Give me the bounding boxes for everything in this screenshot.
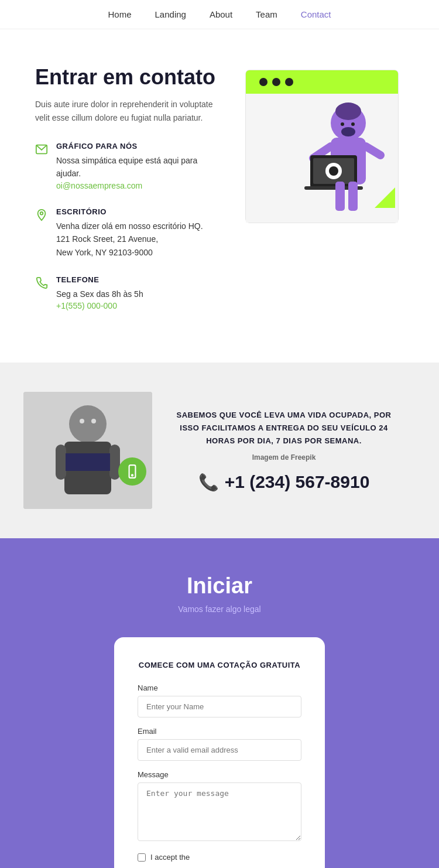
phone-green-icon: 📞 <box>198 473 219 492</box>
phone-icon <box>35 276 48 289</box>
email-label: Email <box>138 727 301 736</box>
nav-item-home[interactable]: Home <box>108 9 132 19</box>
svg-point-16 <box>341 127 355 136</box>
graphic-text: Nossa simpática equipe está aqui para aj… <box>56 154 217 180</box>
banner-phone-number[interactable]: 📞 +1 (234) 567-8910 <box>176 472 392 492</box>
navigation: Home Landing About Team Contact <box>0 0 439 29</box>
banner-content: SABEMOS QUE VOCÊ LEVA UMA VIDA OCUPADA, … <box>152 397 416 504</box>
svg-point-31 <box>80 419 84 423</box>
svg-point-20 <box>329 166 338 176</box>
svg-point-5 <box>259 78 267 86</box>
svg-rect-23 <box>348 182 358 211</box>
message-input[interactable] <box>138 782 301 841</box>
svg-rect-28 <box>56 445 66 480</box>
banner-text: SABEMOS QUE VOCÊ LEVA UMA VIDA OCUPADA, … <box>176 409 392 447</box>
svg-point-1 <box>40 212 43 215</box>
phone-hours: Seg a Sex das 8h às 5h <box>56 288 143 300</box>
graphic-title: GRÁFICO PARA NÓS <box>56 142 217 151</box>
location-icon <box>35 209 48 221</box>
contact-item-phone: TELEFONE Seg a Sex das 8h às 5h +1(555) … <box>35 275 217 311</box>
svg-point-14 <box>341 122 344 126</box>
graphic-link[interactable]: oi@nossaempresa.com <box>56 181 142 190</box>
nav-item-landing[interactable]: Landing <box>155 9 186 19</box>
name-field-group: Name <box>138 684 301 717</box>
banner-image <box>23 392 152 509</box>
form-section: Iniciar Vamos fazer algo legal COMECE CO… <box>0 538 439 868</box>
office-title: ESCRITÓRIO <box>56 207 203 216</box>
form-section-subtitle: Vamos fazer algo legal <box>23 604 416 614</box>
contact-title: Entrar em contato <box>35 64 217 90</box>
contact-description: Duis aute irure dolor in reprehenderit i… <box>35 98 217 124</box>
banner-credit: Imagem de Freepik <box>176 453 392 462</box>
email-field-group: Email <box>138 727 301 761</box>
email-input[interactable] <box>138 739 301 761</box>
browser-illustration <box>240 64 404 231</box>
office-address2: New York, NY 92103-9000 <box>56 246 203 259</box>
phone-number-link[interactable]: +1(555) 000-000 <box>56 301 117 310</box>
phone-banner-section: SABEMOS QUE VOCÊ LEVA UMA VIDA OCUPADA, … <box>0 363 439 538</box>
form-section-title: Iniciar <box>23 573 416 599</box>
message-label: Message <box>138 770 301 779</box>
svg-point-26 <box>69 405 107 443</box>
form-card-title: COMECE COM UMA COTAÇÃO GRATUITA <box>138 661 301 669</box>
checkbox-label: I accept the <box>150 853 190 862</box>
accept-checkbox[interactable] <box>138 853 146 862</box>
name-input[interactable] <box>138 696 301 717</box>
svg-point-7 <box>285 78 293 86</box>
nav-item-contact[interactable]: Contact <box>301 9 331 19</box>
office-text: Venha dizer olá em nosso escritório HQ. <box>56 220 203 233</box>
svg-point-32 <box>91 419 96 423</box>
svg-point-13 <box>335 102 361 120</box>
message-field-group: Message <box>138 770 301 843</box>
svg-point-34 <box>132 475 133 476</box>
svg-rect-22 <box>335 182 345 211</box>
email-icon <box>35 143 48 156</box>
svg-rect-30 <box>66 453 110 471</box>
svg-point-6 <box>272 78 280 86</box>
contact-form-card: COMECE COM UMA COTAÇÃO GRATUITA Name Ema… <box>114 637 325 868</box>
contact-item-graphic: GRÁFICO PARA NÓS Nossa simpática equipe … <box>35 142 217 191</box>
svg-rect-4 <box>246 82 398 94</box>
contact-item-office: ESCRITÓRIO Venha dizer olá em nosso escr… <box>35 207 217 259</box>
contact-section: Entrar em contato Duis aute irure dolor … <box>0 29 439 363</box>
checkbox-row: I accept the <box>138 853 301 862</box>
name-label: Name <box>138 684 301 692</box>
office-address1: 121 Rock Sreet, 21 Avenue, <box>56 233 203 245</box>
nav-item-team[interactable]: Team <box>256 9 277 19</box>
phone-title: TELEFONE <box>56 275 143 284</box>
phone-badge <box>118 457 146 486</box>
nav-item-about[interactable]: About <box>210 9 232 19</box>
contact-info: Entrar em contato Duis aute irure dolor … <box>35 64 217 327</box>
svg-point-15 <box>351 122 355 126</box>
